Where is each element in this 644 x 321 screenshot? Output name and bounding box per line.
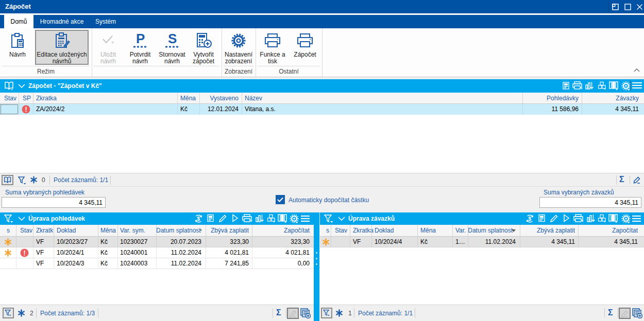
svg-text:$: $ [529, 216, 532, 222]
svg-text:P: P [136, 32, 145, 46]
svg-text:*: * [111, 40, 114, 47]
svg-text:$: $ [197, 216, 200, 222]
svg-text:S: S [168, 32, 177, 46]
